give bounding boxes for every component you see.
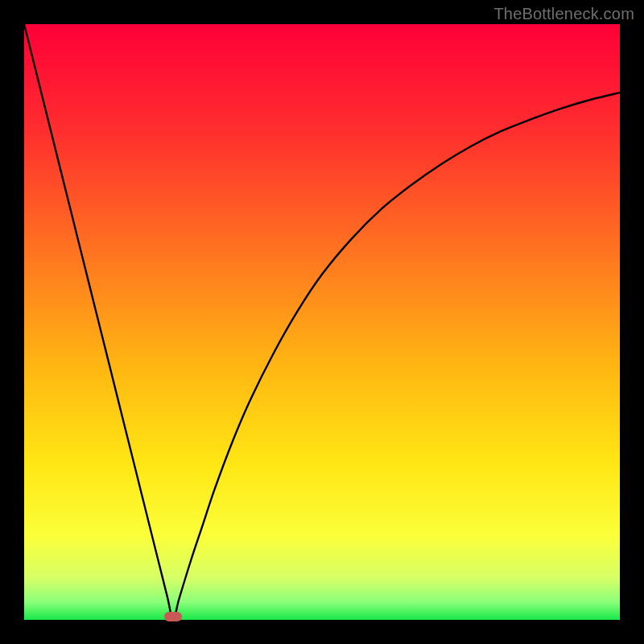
plot-area: [24, 24, 620, 620]
watermark-text: TheBottleneck.com: [493, 5, 634, 23]
chart-container: TheBottleneck.com: [0, 0, 644, 644]
bottleneck-curve: [24, 24, 620, 620]
optimal-marker: [164, 612, 182, 621]
